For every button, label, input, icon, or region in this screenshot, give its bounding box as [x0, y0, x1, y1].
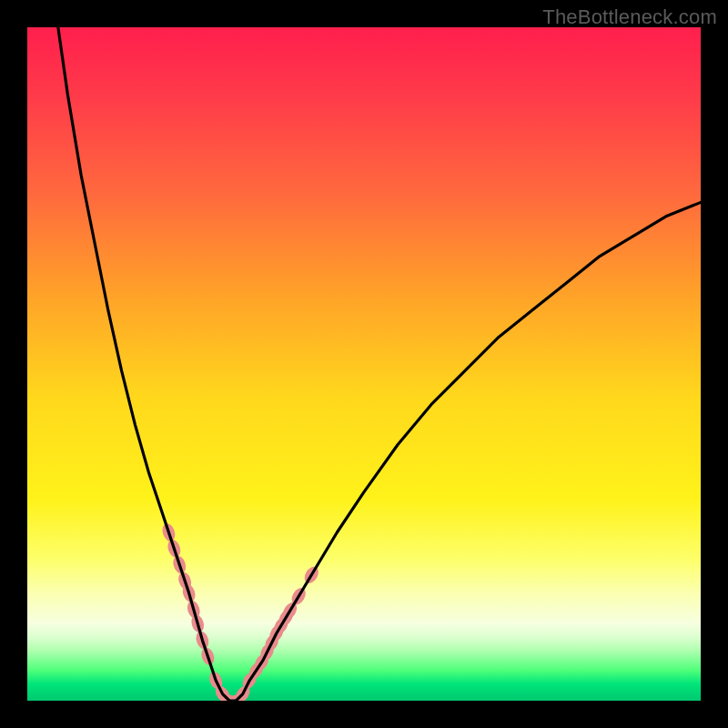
bottleneck-curve: [27, 27, 701, 701]
plot-area: [27, 27, 701, 701]
watermark-text: TheBottleneck.com: [542, 5, 717, 29]
curve-layer: [27, 27, 701, 701]
chart-frame: TheBottleneck.com: [0, 0, 728, 728]
data-blobs: [160, 521, 321, 701]
